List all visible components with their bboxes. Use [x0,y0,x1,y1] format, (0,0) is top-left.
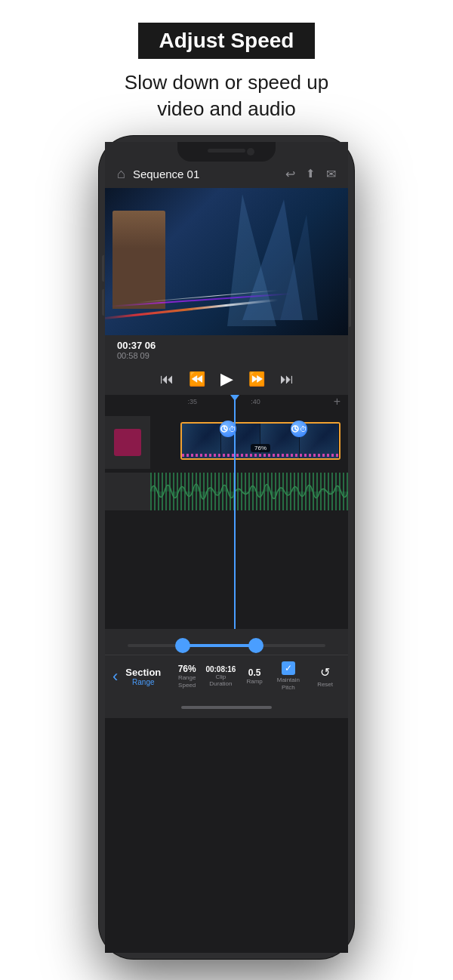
maintain-pitch-label: Maintain Pitch [273,676,304,691]
range-speed-value: 76% [178,664,196,674]
reset-icon: ↺ [320,665,330,680]
header-section: Adjust Speed Slow down or speed up video… [0,0,453,137]
playback-controls: ⏮ ⏪ ▶ ⏩ ⏭ [105,363,348,395]
screen: ⌂ Sequence 01 ↩ ⬆ ✉ [105,142,348,953]
timeline-area: :35 :40 + [105,395,348,629]
maintain-pitch-checkbox[interactable]: ✓ [282,661,295,675]
slider-track [128,644,325,647]
sequence-title: Sequence 01 [133,168,285,180]
clip-duration-stat: 00:08:16 ClipDuration [205,665,236,688]
track-content: 76% [150,416,348,469]
comment-icon[interactable]: ✉ [326,167,336,181]
play-button[interactable]: ▶ [220,369,233,389]
reset-label: Reset [317,681,333,688]
volume-up-button [102,255,104,282]
home-indicator [105,697,348,718]
title-box: Adjust Speed [138,23,316,59]
add-track-button[interactable]: + [334,395,341,408]
speed-handle-right-icon [291,424,300,433]
ramp-value: 0.5 [248,667,261,678]
camera [247,148,254,156]
skip-to-start-button[interactable]: ⏮ [160,371,174,387]
skip-to-end-button[interactable]: ⏭ [280,371,294,387]
range-text: Range [132,678,154,686]
section-slider-area [105,629,348,655]
step-back-button[interactable]: ⏪ [189,371,205,387]
bottom-nav: ‹ Section Range 76% RangeSpeed [105,655,348,697]
ruler-mark-35: :35 [187,398,197,405]
page-subtitle: Slow down or speed up video and audio [15,69,438,122]
phone-frame: ⌂ Sequence 01 ↩ ⬆ ✉ [99,136,354,959]
undo-icon[interactable]: ↩ [285,167,295,181]
video-track-row: 76% [105,416,348,469]
audio-waveform [150,473,348,510]
section-range-label: Section Range [125,667,161,686]
range-speed-label: RangeSpeed [178,674,196,689]
ramp-label: Ramp [246,678,262,685]
audio-track-label [105,473,150,510]
ruler-mark-40: :40 [251,398,260,405]
share-icon[interactable]: ⬆ [306,167,316,181]
audio-track-row [105,473,348,510]
power-button [349,278,351,327]
ramp-stat: 0.5 Ramp [239,667,270,685]
audio-track [150,473,348,510]
reset-button[interactable]: ↺ Reset [310,665,341,688]
slider-fill [183,644,256,647]
speed-handle-left[interactable] [220,421,236,437]
slider-left-thumb[interactable] [175,638,190,653]
speed-handle-right[interactable] [291,421,307,437]
home-icon[interactable]: ⌂ [117,166,125,182]
page-title: Adjust Speed [159,29,294,52]
timeline-ruler: :35 :40 + [105,395,348,408]
step-forward-button[interactable]: ⏩ [248,371,265,387]
svg-line-2 [224,429,226,430]
bottom-panel: ‹ Section Range 76% RangeSpeed [105,655,348,718]
svg-line-5 [295,429,297,430]
maintain-pitch-control[interactable]: ✓ Maintain Pitch [273,661,304,691]
volume-down-button [102,289,104,316]
video-preview [105,188,348,335]
video-clip[interactable]: 76% [180,422,341,460]
timecode-total: 00:58 09 [117,351,336,360]
back-button[interactable]: ‹ [112,667,118,686]
home-bar [181,706,272,709]
notch [177,142,276,162]
range-speed-stat: 76% RangeSpeed [171,664,202,689]
clip-duration-value: 00:08:16 [205,665,236,673]
speaker [208,149,245,153]
timecode-current: 00:37 06 [117,340,336,351]
bottom-stats: 76% RangeSpeed 00:08:16 ClipDuration 0.5… [171,661,341,691]
section-text: Section [125,667,161,678]
speed-bar [182,454,339,457]
waveform-svg [150,473,348,510]
timecode-area: 00:37 06 00:58 09 [105,335,348,363]
clip-duration-label: ClipDuration [209,673,232,688]
speed-handle-left-icon [220,424,229,433]
color-block [114,429,141,456]
speed-badge: 76% [251,444,270,452]
slider-right-thumb[interactable] [248,638,263,653]
track-label [105,416,150,469]
